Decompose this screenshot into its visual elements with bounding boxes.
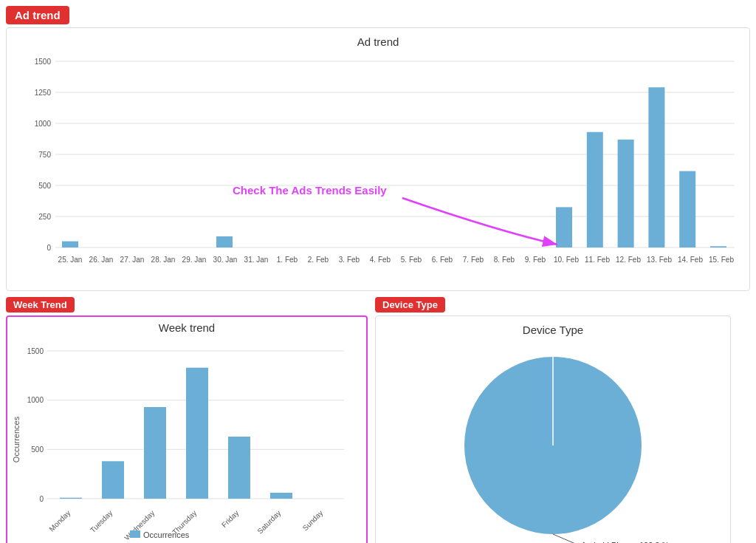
week-trend-section: Week Trend Week trend 1500 1000 500 0 Oc… (6, 297, 368, 543)
bar-18 (618, 140, 634, 247)
x-label-13: 7. Feb (463, 256, 484, 264)
wk-bar-fri (228, 437, 250, 499)
bar-21 (710, 246, 726, 247)
bar-19 (648, 87, 664, 247)
header-badge-wrapper: Ad trend (6, 6, 750, 27)
wk-bar-wed (144, 407, 166, 499)
device-type-chart-container: Device Type Android Phone: 100.0 % (375, 315, 731, 543)
x-label-10: 4. Feb (370, 256, 391, 264)
device-type-badge: Device Type (375, 297, 445, 313)
y-label-750: 750 (38, 151, 51, 159)
y-label-1250: 1250 (35, 89, 52, 97)
x-label-16: 10. Feb (554, 256, 579, 264)
y-label-0: 0 (47, 244, 51, 252)
x-label-7: 1. Feb (277, 256, 298, 264)
wk-x-tue: Tuesday (89, 509, 114, 535)
x-label-4: 29. Jan (182, 256, 207, 264)
week-trend-svg: 1500 1000 500 0 Occurrences (12, 340, 351, 539)
x-label-6: 31. Jan (244, 256, 269, 264)
bar-17 (587, 132, 603, 247)
bar-16 (556, 207, 572, 247)
wk-y-1500: 1500 (27, 347, 44, 355)
x-label-2: 27. Jan (120, 256, 145, 264)
ad-trend-title: Ad trend (18, 35, 738, 48)
wk-bar-thu (186, 368, 208, 499)
wk-bar-tue (102, 461, 124, 499)
device-type-svg: Android Phone: 100.0 % (383, 342, 723, 543)
annotation-text: Check The Ads Trends Easily (233, 184, 387, 197)
ad-trend-chart-container: Ad trend 1500 1250 1000 750 500 250 0 25… (6, 27, 750, 291)
week-trend-title: Week trend (12, 321, 362, 334)
legend-rect (130, 530, 140, 538)
x-label-15: 9. Feb (525, 256, 546, 264)
y-label-500: 500 (38, 182, 51, 190)
ad-trend-svg: 1500 1250 1000 750 500 250 0 25. Jan 26.… (18, 54, 742, 283)
legend-label: Occurrences (143, 530, 190, 539)
y-label-1500: 1500 (35, 58, 52, 66)
device-type-title: Device Type (383, 324, 723, 336)
annotation-arrow (402, 198, 557, 245)
x-label-18: 12. Feb (616, 256, 641, 264)
x-label-14: 8. Feb (494, 256, 515, 264)
wk-x-mon: Monday (47, 509, 72, 533)
x-label-19: 13. Feb (647, 256, 672, 264)
legend-line (553, 534, 579, 543)
bar-20 (679, 171, 695, 247)
week-trend-badge: Week Trend (6, 297, 75, 313)
x-label-12: 6. Feb (432, 256, 453, 264)
x-label-0: 25. Jan (58, 256, 83, 264)
bar-5 (216, 236, 233, 247)
bar-0 (62, 242, 78, 247)
y-label-1000: 1000 (35, 120, 52, 128)
x-label-21: 15. Feb (709, 256, 734, 264)
x-label-17: 11. Feb (585, 256, 610, 264)
wk-x-sun: Sunday (301, 509, 325, 533)
wk-bar-sat (270, 493, 292, 499)
ad-trend-badge: Ad trend (6, 6, 69, 24)
device-type-section: Device Type Device Type Android Phone: 1… (375, 297, 731, 543)
x-label-9: 3. Feb (339, 256, 360, 264)
bottom-row: Week Trend Week trend 1500 1000 500 0 Oc… (6, 297, 750, 543)
x-label-5: 30. Jan (213, 256, 238, 264)
x-label-20: 14. Feb (678, 256, 703, 264)
wk-x-fri: Friday (220, 509, 240, 529)
x-label-11: 5. Feb (401, 256, 422, 264)
x-label-1: 26. Jan (89, 256, 114, 264)
x-label-8: 2. Feb (308, 256, 329, 264)
week-trend-wrapper: Week trend 1500 1000 500 0 Occurrences (6, 315, 368, 543)
y-label-250: 250 (38, 213, 51, 221)
y-axis-label-text: Occurrences (12, 416, 21, 462)
x-label-3: 28. Jan (151, 256, 176, 264)
wk-x-sat: Saturday (255, 509, 282, 536)
wk-y-1000: 1000 (27, 396, 44, 404)
wk-bar-mon (60, 498, 82, 499)
wk-y-500: 500 (31, 445, 44, 454)
wk-y-0: 0 (39, 495, 44, 503)
